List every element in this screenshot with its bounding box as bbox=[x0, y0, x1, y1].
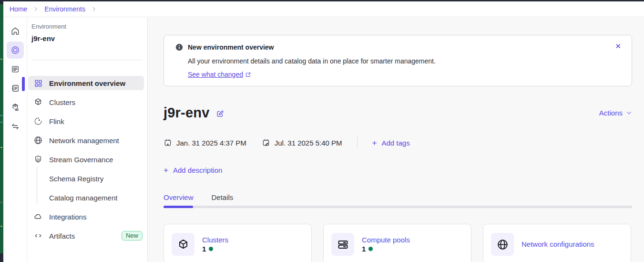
external-link-icon bbox=[245, 72, 251, 78]
sidebar-section-label: Environment bbox=[31, 23, 147, 30]
sidebar-item-clusters[interactable]: Clusters bbox=[28, 95, 144, 109]
sidebar-item-label: Schema Registry bbox=[49, 175, 103, 183]
transfer-arrows-icon[interactable] bbox=[7, 118, 24, 135]
sidebar-divider bbox=[31, 60, 143, 60]
add-tags-label: Add tags bbox=[381, 139, 409, 147]
add-description-label: Add description bbox=[173, 166, 222, 174]
grid-icon bbox=[33, 78, 43, 88]
chevron-right-icon bbox=[91, 6, 97, 12]
meta-row: Jan. 31 2025 4:37 PM Jul. 31 2025 5:40 P… bbox=[164, 137, 632, 148]
globe-icon bbox=[491, 233, 514, 256]
edit-name-icon[interactable] bbox=[216, 110, 224, 118]
page-title-row: j9r-env Actions bbox=[164, 105, 632, 121]
page-title: j9r-env bbox=[164, 105, 210, 121]
close-icon[interactable]: ✕ bbox=[615, 42, 621, 50]
sidebar-item-catalog-management[interactable]: Catalog management bbox=[28, 190, 144, 205]
new-badge: New bbox=[122, 231, 143, 241]
sidebar-active-pill bbox=[22, 77, 25, 91]
breadcrumb-home-link[interactable]: Home bbox=[10, 5, 27, 13]
add-description-button[interactable]: + Add description bbox=[164, 166, 632, 174]
sidebar-item-label: Integrations bbox=[49, 213, 86, 221]
notebook-icon[interactable] bbox=[7, 80, 24, 97]
calendar-plus-icon bbox=[164, 138, 172, 147]
tab-details[interactable]: Details bbox=[212, 193, 234, 201]
cloud-icon bbox=[33, 212, 43, 221]
plus-icon: + bbox=[372, 139, 377, 147]
status-dot-icon bbox=[368, 247, 373, 251]
plus-icon: + bbox=[164, 167, 168, 174]
modified-date-text: Jul. 31 2025 5:40 PM bbox=[275, 139, 342, 147]
globe-icon bbox=[33, 136, 43, 145]
tabs-underline-bar bbox=[164, 206, 632, 208]
status-dot-icon bbox=[209, 247, 213, 251]
meta-divider bbox=[357, 137, 358, 148]
sidebar-item-label: Environment overview bbox=[49, 79, 125, 87]
card-title-link[interactable]: Network configurations bbox=[521, 240, 594, 248]
sidebar-item-stream-governance[interactable]: @ Stream Governance bbox=[28, 152, 144, 167]
icon-rail bbox=[3, 18, 27, 262]
sidebar-item-schema-registry[interactable]: Schema Registry bbox=[28, 171, 144, 186]
sidebar-item-artifacts[interactable]: Artifacts New bbox=[28, 229, 144, 243]
breadcrumb: Home Environments bbox=[3, 1, 644, 17]
add-tags-button[interactable]: + Add tags bbox=[372, 139, 410, 147]
sidebar-environment-name: j9r-env bbox=[31, 34, 147, 42]
compute-pools-card[interactable]: Compute pools 1 bbox=[323, 224, 471, 262]
code-icon bbox=[33, 231, 43, 241]
card-count: 1 bbox=[362, 245, 366, 253]
sidebar-item-label: Catalog management bbox=[49, 194, 117, 202]
flink-icon bbox=[33, 116, 43, 126]
cube-icon bbox=[172, 233, 194, 256]
svg-text:@: @ bbox=[36, 157, 40, 162]
chevron-down-icon bbox=[626, 110, 632, 116]
summary-cards: Clusters 1 Compute pools 1 bbox=[164, 224, 632, 262]
info-banner: New environment overview All your enviro… bbox=[164, 35, 632, 86]
actions-label: Actions bbox=[599, 109, 623, 117]
sidebar-item-environment-overview[interactable]: Environment overview bbox=[28, 76, 144, 90]
sidebar-item-label: Flink bbox=[49, 117, 64, 126]
tab-active-indicator bbox=[164, 206, 193, 208]
cube-icon bbox=[33, 97, 43, 107]
sidebar-item-label: Stream Governance bbox=[49, 156, 113, 164]
sidebar-item-integrations[interactable]: Integrations bbox=[28, 210, 144, 224]
banner-body: All your environment details and catalog… bbox=[188, 57, 620, 65]
sidebar-item-label: Clusters bbox=[49, 98, 75, 106]
sidebar-item-label: Artifacts bbox=[49, 232, 75, 240]
home-icon[interactable] bbox=[7, 22, 24, 40]
pipeline-icon[interactable] bbox=[7, 99, 24, 116]
chevron-right-icon bbox=[33, 6, 39, 12]
app-window: Home Environments Environment bbox=[0, 0, 644, 262]
created-date: Jan. 31 2025 4:37 PM bbox=[164, 138, 246, 147]
created-date-text: Jan. 31 2025 4:37 PM bbox=[176, 139, 246, 147]
main-content: New environment overview All your enviro… bbox=[148, 18, 644, 262]
breadcrumb-environments-link[interactable]: Environments bbox=[44, 5, 85, 13]
actions-dropdown[interactable]: Actions bbox=[599, 109, 632, 117]
banner-title: New environment overview bbox=[188, 43, 274, 51]
see-what-changed-link[interactable]: See what changed bbox=[188, 71, 243, 78]
sidebar-item-flink[interactable]: Flink bbox=[28, 114, 144, 128]
environment-icon[interactable] bbox=[7, 42, 24, 59]
sidebar-menu-list: Environment overview Clusters Flink Netw… bbox=[27, 76, 147, 243]
desktop-edge-strip bbox=[0, 1, 3, 262]
tabs: Overview Details bbox=[164, 193, 632, 201]
card-count: 1 bbox=[202, 245, 206, 253]
network-configurations-card[interactable]: Network configurations bbox=[483, 224, 631, 262]
card-title-link[interactable]: Clusters bbox=[202, 236, 228, 244]
tab-overview[interactable]: Overview bbox=[164, 193, 194, 201]
sidebar-item-network-management[interactable]: Network management bbox=[28, 133, 144, 147]
clusters-card[interactable]: Clusters 1 bbox=[164, 224, 312, 262]
modified-date: Jul. 31 2025 5:40 PM bbox=[262, 138, 342, 147]
info-circle-icon bbox=[175, 43, 183, 51]
server-icon bbox=[331, 233, 354, 256]
document-icon[interactable] bbox=[7, 61, 24, 78]
sidebar: Environment j9r-env Environment overview… bbox=[27, 18, 148, 262]
calendar-edit-icon bbox=[262, 138, 270, 147]
card-title-link[interactable]: Compute pools bbox=[362, 236, 410, 244]
governance-shield-icon: @ bbox=[33, 155, 43, 164]
sidebar-item-label: Network management bbox=[49, 136, 119, 145]
